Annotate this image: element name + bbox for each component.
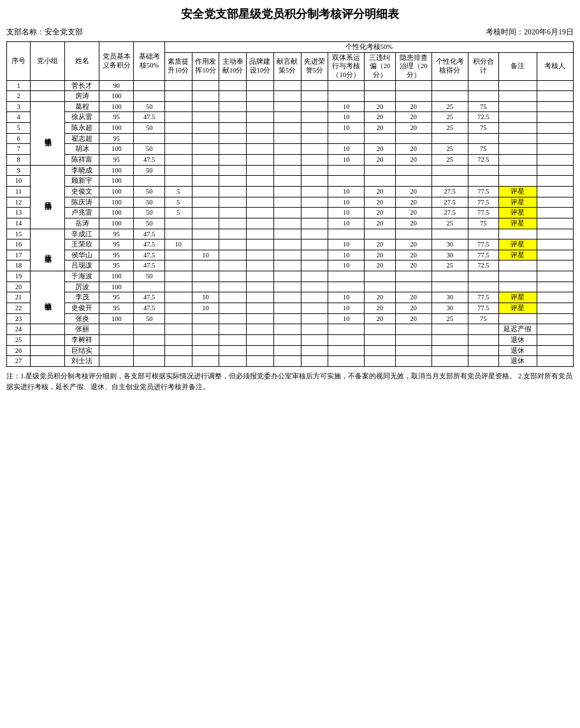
- cell-seq: 6: [7, 133, 31, 144]
- cell-proactive: [219, 208, 247, 218]
- cell-three: [365, 133, 395, 144]
- cell-base-exam: 50: [134, 144, 164, 155]
- cell-dual: [328, 176, 365, 187]
- cell-brand: [247, 133, 274, 144]
- cell-devote: [273, 261, 301, 271]
- col-total: 积分合计: [468, 52, 498, 80]
- cell-brand: [247, 356, 274, 367]
- cell-remark: [499, 101, 537, 112]
- cell-seq: 25: [7, 334, 31, 345]
- cell-brand: [247, 239, 274, 250]
- cell-name: 厉波: [65, 282, 99, 292]
- cell-name: 辛成江: [65, 229, 99, 239]
- cell-dual: [328, 324, 365, 335]
- cell-advanced: [301, 91, 328, 102]
- col-personalized-group: 个性化考核50%: [164, 42, 573, 53]
- cell-proactive: [219, 303, 247, 314]
- cell-personal: [431, 133, 468, 144]
- cell-brand: [247, 208, 274, 218]
- cell-devote: [273, 239, 301, 250]
- cell-hidden: 20: [395, 155, 431, 166]
- cell-name: 巨结实: [65, 345, 99, 356]
- cell-name: 陈永超: [65, 123, 99, 134]
- cell-base-score: 100: [99, 144, 134, 155]
- main-table: 序号 党小组 姓名 党员基本义务积分 基础考核50% 个性化考核50% 素质提升…: [6, 41, 574, 367]
- cell-three: [365, 80, 395, 91]
- cell-base-score: 95: [99, 133, 134, 144]
- cell-devote: [273, 303, 301, 314]
- cell-base-exam: 50: [134, 165, 164, 176]
- table-row: 6翟志超95: [7, 133, 574, 144]
- cell-three: 20: [365, 186, 395, 197]
- cell-effect: [192, 101, 219, 112]
- cell-examiner: [537, 218, 573, 229]
- cell-dual: 10: [328, 208, 365, 218]
- col-remark: 备注: [499, 52, 537, 80]
- cell-proactive: [219, 229, 247, 239]
- cell-group: 清风党小组: [31, 165, 65, 229]
- cell-three: [365, 165, 395, 176]
- cell-advanced: [301, 218, 328, 229]
- cell-base-exam: 50: [134, 101, 164, 112]
- cell-base-score: 100: [99, 101, 134, 112]
- cell-advanced: [301, 112, 328, 123]
- cell-hidden: [395, 91, 431, 102]
- cell-name: 王荣欣: [65, 239, 99, 250]
- cell-base-score: 100: [99, 165, 134, 176]
- cell-total: 77.5: [468, 186, 498, 197]
- cell-base-score: 95: [99, 292, 134, 303]
- cell-three: 20: [365, 250, 395, 261]
- cell-seq: 23: [7, 313, 31, 324]
- cell-dual: 10: [328, 313, 365, 324]
- cell-devote: [273, 176, 301, 187]
- cell-total: 77.5: [468, 303, 498, 314]
- cell-proactive: [219, 292, 247, 303]
- cell-advanced: [301, 261, 328, 271]
- cell-name: 李茂: [65, 292, 99, 303]
- col-effect: 作用发挥10分: [192, 52, 219, 80]
- cell-remark: [499, 229, 537, 239]
- cell-examiner: [537, 261, 573, 271]
- cell-dual: [328, 133, 365, 144]
- cell-name: 吕现泼: [65, 261, 99, 271]
- cell-base-score: 100: [99, 197, 134, 208]
- cell-examiner: [537, 165, 573, 176]
- cell-base-score: 95: [99, 229, 134, 239]
- cell-group: 铁壁党小组: [31, 101, 65, 165]
- cell-hidden: [395, 229, 431, 239]
- cell-examiner: [537, 271, 573, 282]
- cell-devote: [273, 356, 301, 367]
- cell-seq: 17: [7, 250, 31, 261]
- cell-dual: [328, 91, 365, 102]
- cell-advanced: [301, 324, 328, 335]
- cell-personal: [431, 324, 468, 335]
- cell-effect: [192, 123, 219, 134]
- cell-effect: [192, 334, 219, 345]
- col-seq: 序号: [7, 42, 31, 81]
- cell-hidden: [395, 282, 431, 292]
- cell-devote: [273, 345, 301, 356]
- cell-base-exam: 47.5: [134, 155, 164, 166]
- col-advanced: 先进荣誉5分: [301, 52, 328, 80]
- cell-devote: [273, 334, 301, 345]
- cell-proactive: [219, 165, 247, 176]
- cell-dual: 10: [328, 144, 365, 155]
- cell-base-score: 100: [99, 271, 134, 282]
- cell-seq: 12: [7, 197, 31, 208]
- table-row: 13卢兆雷10050510202027.577.5评星: [7, 208, 574, 218]
- table-row: 12陈庆涛10050510202027.577.5评星: [7, 197, 574, 208]
- cell-base-exam: 50: [134, 218, 164, 229]
- cell-effect: 10: [192, 250, 219, 261]
- cell-three: 20: [365, 261, 395, 271]
- cell-examiner: [537, 80, 573, 91]
- cell-name: 张炎: [65, 313, 99, 324]
- cell-total: 77.5: [468, 292, 498, 303]
- table-row: 15蓝天党小组辛成江9547.5: [7, 229, 574, 239]
- cell-dual: 10: [328, 250, 365, 261]
- cell-total: [468, 91, 498, 102]
- col-brand: 品牌建设10分: [247, 52, 274, 80]
- cell-dual: 10: [328, 292, 365, 303]
- cell-base-exam: 50: [134, 123, 164, 134]
- cell-remark: 评星: [499, 197, 537, 208]
- cell-three: [365, 271, 395, 282]
